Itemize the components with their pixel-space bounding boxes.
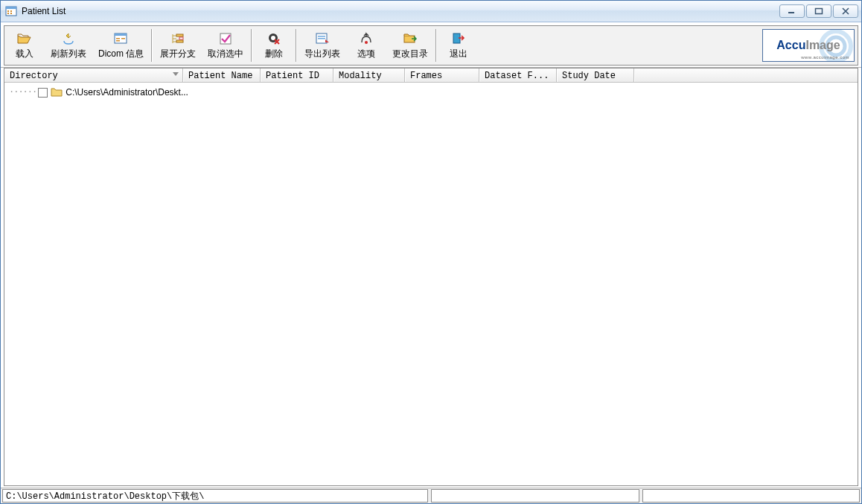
column-modality[interactable]: Modality (333, 68, 405, 82)
tree-view[interactable]: ······ C:\Users\Administrator\Deskt... (4, 83, 858, 485)
svg-rect-10 (116, 38, 120, 39)
column-patient-id[interactable]: Patient ID (261, 68, 333, 82)
status-cell-2 (431, 489, 639, 503)
column-patient-id-label: Patient ID (266, 71, 319, 81)
toolbar-container: 载入 刷新列表 (1, 22, 861, 68)
svg-rect-14 (176, 40, 183, 42)
logo-text-image: Image (805, 39, 840, 51)
column-patient-name-label: Patient Name (188, 71, 252, 81)
close-button[interactable] (833, 4, 858, 18)
maximize-button[interactable] (806, 4, 831, 18)
status-cell-3 (642, 489, 860, 503)
change-dir-button[interactable]: 更改目录 (386, 26, 434, 65)
status-path-text: C:\Users\Administrator\Desktop\下载包\ (6, 490, 204, 503)
column-frames-label: Frames (410, 71, 442, 81)
deselect-label: 取消选中 (208, 48, 243, 60)
tree-row-label: C:\Users\Administrator\Deskt... (66, 87, 188, 98)
expand-button[interactable]: 展开分支 (154, 26, 202, 65)
toolbar-separator (151, 29, 153, 62)
content-area: Directory Patient Name Patient ID Modali… (1, 68, 861, 488)
logo-text-accu: Accu (776, 39, 805, 51)
refresh-button[interactable]: 刷新列表 (45, 26, 92, 65)
toolbar-separator (435, 29, 437, 62)
svg-rect-6 (788, 12, 794, 13)
exit-label: 退出 (450, 48, 467, 60)
folder-open-icon (17, 31, 32, 46)
toolbar: 载入 刷新列表 (4, 25, 858, 66)
export-button[interactable]: 导出列表 (298, 26, 346, 65)
svg-rect-13 (176, 34, 183, 36)
svg-point-22 (365, 41, 368, 44)
options-button[interactable]: 选项 (346, 26, 386, 65)
dicom-info-button[interactable]: Dicom 信息 (92, 26, 150, 65)
expand-tree-icon (170, 31, 185, 46)
svg-rect-3 (10, 10, 12, 12)
change-dir-label: 更改目录 (392, 48, 428, 60)
svg-rect-21 (318, 38, 325, 39)
column-dataset-f[interactable]: Dataset F... (479, 68, 557, 82)
column-study-date[interactable]: Study Date (557, 68, 634, 82)
load-label: 载入 (16, 48, 33, 60)
export-label: 导出列表 (304, 48, 340, 60)
column-headers: Directory Patient Name Patient ID Modali… (4, 68, 858, 83)
delete-icon (266, 31, 281, 46)
export-list-icon (315, 31, 330, 46)
svg-rect-20 (318, 36, 325, 37)
logo-subtext: www.accuimage.com (801, 55, 849, 60)
load-button[interactable]: 载入 (4, 26, 45, 65)
column-study-date-label: Study Date (562, 71, 616, 81)
deselect-button[interactable]: 取消选中 (202, 26, 249, 65)
refresh-label: 刷新列表 (51, 48, 86, 60)
status-path: C:\Users\Administrator\Desktop\下载包\ (2, 489, 428, 503)
exit-button[interactable]: 退出 (438, 26, 479, 65)
delete-button[interactable]: 删除 (254, 26, 294, 65)
minimize-button[interactable] (779, 4, 805, 18)
column-frames[interactable]: Frames (405, 68, 479, 82)
app-icon (5, 5, 17, 17)
column-filler (634, 68, 858, 82)
column-patient-name[interactable]: Patient Name (183, 68, 261, 82)
sort-indicator-icon (172, 70, 179, 80)
dicom-info-icon (114, 31, 129, 46)
expand-label: 展开分支 (160, 48, 196, 60)
refresh-icon (61, 31, 76, 46)
window-title: Patient List (22, 6, 66, 16)
svg-rect-9 (115, 34, 127, 36)
tree-checkbox[interactable] (38, 88, 48, 98)
status-bar: C:\Users\Administrator\Desktop\下载包\ (1, 488, 861, 503)
svg-rect-7 (816, 9, 823, 14)
svg-rect-1 (6, 7, 16, 9)
svg-rect-5 (10, 13, 12, 14)
title-bar[interactable]: Patient List (1, 1, 861, 22)
column-directory-label: Directory (10, 71, 58, 81)
tree-row[interactable]: ······ C:\Users\Administrator\Deskt... (9, 86, 858, 99)
options-label: 选项 (357, 48, 375, 60)
column-modality-label: Modality (339, 71, 382, 81)
column-dataset-f-label: Dataset F... (485, 71, 549, 81)
toolbar-separator (296, 29, 297, 62)
brand-logo: AccuImage www.accuimage.com (762, 29, 855, 62)
dicom-info-label: Dicom 信息 (98, 48, 144, 60)
svg-rect-15 (179, 37, 183, 39)
options-icon (359, 31, 374, 46)
delete-label: 删除 (265, 48, 283, 60)
exit-icon (451, 31, 466, 46)
svg-rect-11 (116, 40, 120, 42)
change-dir-icon (403, 31, 418, 46)
column-directory[interactable]: Directory (4, 68, 183, 82)
list-panel: Directory Patient Name Patient ID Modali… (4, 68, 858, 486)
deselect-icon (218, 31, 233, 46)
app-window: Patient List 载入 (0, 0, 862, 504)
svg-rect-4 (7, 13, 9, 14)
svg-rect-12 (121, 38, 125, 39)
window-controls (778, 4, 858, 19)
folder-icon (51, 87, 63, 98)
toolbar-separator (251, 29, 252, 62)
svg-rect-2 (7, 10, 9, 12)
tree-connector-icon: ······ (9, 87, 36, 98)
